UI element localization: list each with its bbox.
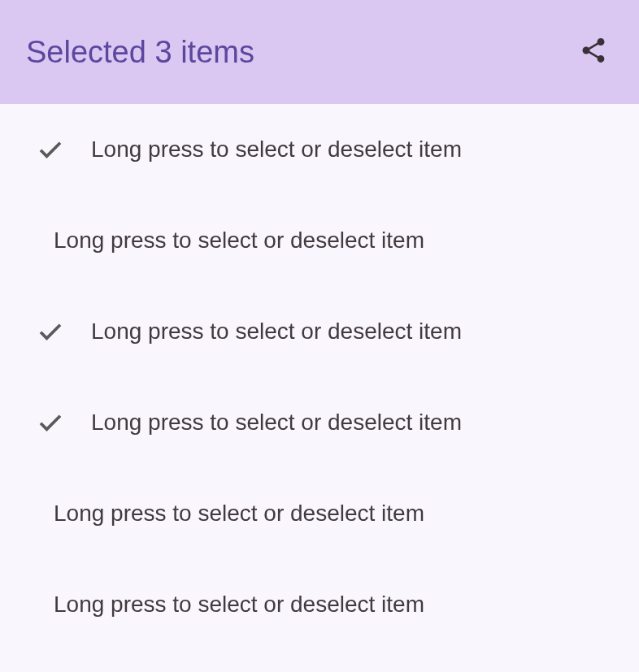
list-item[interactable]: Long press to select or deselect item bbox=[0, 104, 639, 195]
list-item[interactable]: Long press to select or deselect item bbox=[0, 377, 639, 468]
check-icon bbox=[36, 135, 91, 164]
list-item[interactable]: Long press to select or deselect item bbox=[0, 286, 639, 377]
item-list: Long press to select or deselect item Lo… bbox=[0, 104, 639, 650]
app-header: Selected 3 items bbox=[0, 0, 639, 104]
list-item-label: Long press to select or deselect item bbox=[54, 228, 424, 254]
list-item-label: Long press to select or deselect item bbox=[91, 410, 462, 436]
page-title: Selected 3 items bbox=[26, 35, 254, 70]
list-item-label: Long press to select or deselect item bbox=[91, 137, 462, 163]
list-item[interactable]: Long press to select or deselect item bbox=[0, 468, 639, 559]
list-item[interactable]: Long press to select or deselect item bbox=[0, 195, 639, 286]
list-item-label: Long press to select or deselect item bbox=[91, 319, 462, 345]
share-icon bbox=[579, 36, 608, 68]
list-item[interactable]: Long press to select or deselect item bbox=[0, 559, 639, 650]
list-item-label: Long press to select or deselect item bbox=[54, 592, 424, 618]
list-item-label: Long press to select or deselect item bbox=[54, 501, 424, 527]
share-button[interactable] bbox=[574, 33, 613, 72]
check-icon bbox=[36, 408, 91, 437]
check-icon bbox=[36, 317, 91, 346]
